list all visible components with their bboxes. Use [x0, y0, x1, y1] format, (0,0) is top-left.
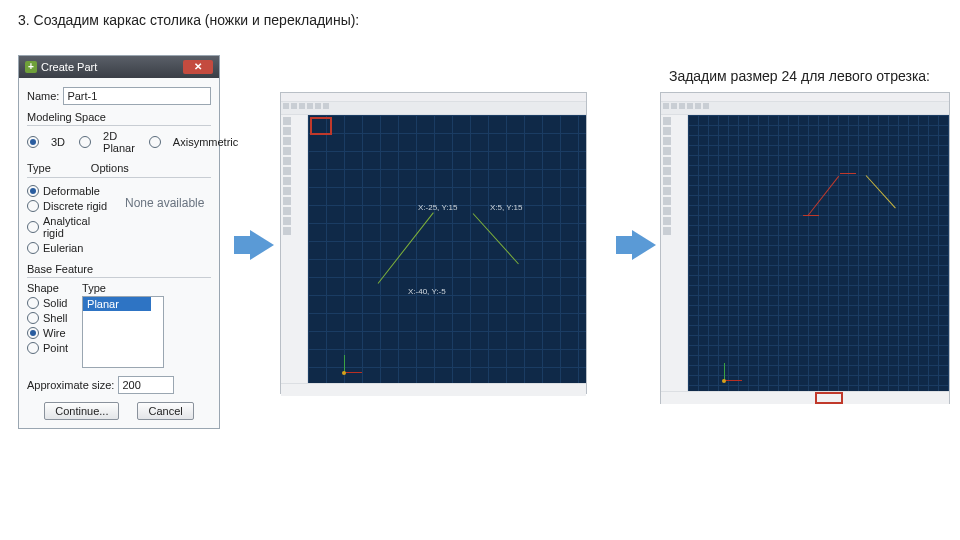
radio-point[interactable] [27, 342, 39, 354]
options-none: None available [125, 196, 204, 210]
radio-discrete-label: Discrete rigid [43, 200, 107, 212]
options-label: Options [91, 162, 129, 174]
status-bar [661, 391, 949, 404]
abaqus-screenshot-2 [660, 92, 950, 404]
radio-eulerian-label: Eulerian [43, 242, 83, 254]
radio-shell-label: Shell [43, 312, 67, 324]
sketch-canvas[interactable]: X:-25, Y:15 X:5, Y:15 X:-40, Y:-5 [308, 115, 586, 383]
radio-analytical-label: Analytical rigid [43, 215, 113, 239]
highlight-box [310, 117, 332, 135]
point-label: X:5, Y:15 [490, 203, 522, 212]
modeling-space-label: Modeling Space [27, 111, 211, 123]
arrow-right-icon [632, 230, 656, 260]
radio-solid[interactable] [27, 297, 39, 309]
point-label: X:-40, Y:-5 [408, 287, 446, 296]
radio-point-label: Point [43, 342, 68, 354]
name-label: Name: [27, 90, 59, 102]
plus-icon: + [25, 61, 37, 73]
approx-size-label: Approximate size: [27, 379, 114, 391]
shape-label: Shape [27, 282, 68, 294]
abaqus-screenshot-1: X:-25, Y:15 X:5, Y:15 X:-40, Y:-5 [280, 92, 587, 394]
radio-wire-label: Wire [43, 327, 66, 339]
radio-shell[interactable] [27, 312, 39, 324]
radio-3d[interactable] [27, 136, 39, 148]
vertical-toolbox [281, 115, 308, 383]
point-label: X:-25, Y:15 [418, 203, 457, 212]
base-feature-label: Base Feature [27, 263, 211, 275]
highlight-box [815, 392, 843, 404]
dialog-title: Create Part [41, 56, 97, 78]
close-icon[interactable]: ✕ [183, 60, 213, 74]
radio-2d-label: 2D Planar [103, 130, 135, 154]
status-bar [281, 383, 586, 396]
radio-discrete[interactable] [27, 200, 39, 212]
right-caption: Зададим размер 24 для левого отрезка: [669, 68, 930, 84]
name-field[interactable]: Part-1 [63, 87, 211, 105]
radio-axi[interactable] [149, 136, 161, 148]
radio-deformable-label: Deformable [43, 185, 100, 197]
radio-2d[interactable] [79, 136, 91, 148]
type-planar-item[interactable]: Planar [83, 297, 151, 311]
dialog-titlebar: + Create Part ✕ [19, 56, 219, 78]
cancel-button[interactable]: Cancel [137, 402, 193, 420]
type2-label: Type [82, 282, 164, 294]
type-listbox[interactable]: Planar [82, 296, 164, 368]
page-title: 3. Создадим каркас столика (ножки и пере… [18, 12, 359, 28]
approx-size-field[interactable]: 200 [118, 376, 174, 394]
radio-wire[interactable] [27, 327, 39, 339]
vertical-toolbox [661, 115, 688, 391]
sketch-canvas[interactable] [688, 115, 949, 391]
radio-analytical[interactable] [27, 221, 39, 233]
radio-axi-label: Axisymmetric [173, 136, 238, 148]
radio-deformable[interactable] [27, 185, 39, 197]
continue-button[interactable]: Continue... [44, 402, 119, 420]
radio-eulerian[interactable] [27, 242, 39, 254]
type-label: Type [27, 162, 51, 174]
radio-3d-label: 3D [51, 136, 65, 148]
radio-solid-label: Solid [43, 297, 67, 309]
arrow-right-icon [250, 230, 274, 260]
create-part-dialog: + Create Part ✕ Name: Part-1 Modeling Sp… [18, 55, 220, 429]
